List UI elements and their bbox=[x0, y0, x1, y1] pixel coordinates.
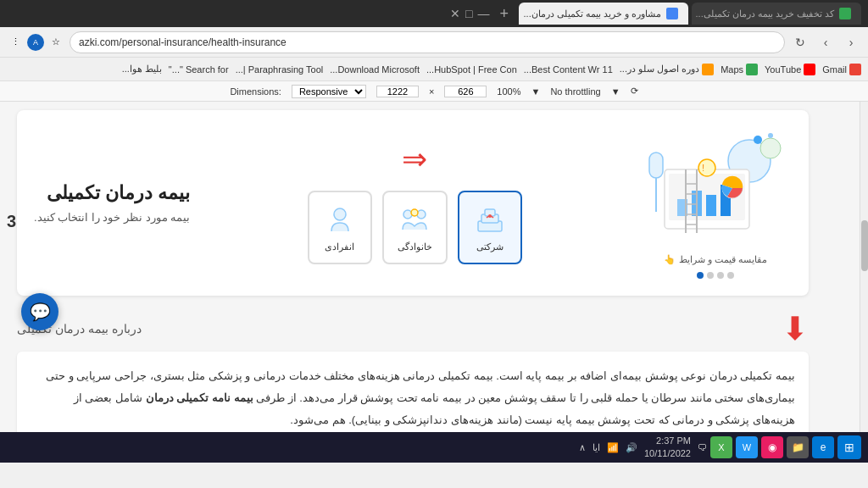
system-time: 2:37 PM 10/11/2022 bbox=[644, 435, 691, 461]
course-icon bbox=[702, 64, 714, 75]
dot-3[interactable] bbox=[707, 272, 714, 279]
tab-favicon-2 bbox=[666, 8, 678, 19]
bookmark-icon[interactable]: ☆ bbox=[47, 34, 64, 51]
date-display: 10/11/2022 bbox=[644, 447, 691, 460]
devtools-throttle-dropdown[interactable]: ▼ bbox=[611, 86, 620, 97]
taskbar-word-icon[interactable]: W bbox=[736, 436, 758, 458]
svg-point-28 bbox=[411, 209, 418, 216]
browser-chrome: کد تخفیف خرید بیمه درمان تکمیلی... ✕ مشا… bbox=[0, 0, 868, 102]
volume-icon: 🔊 bbox=[626, 442, 637, 453]
chat-bubble[interactable]: 💬 bbox=[21, 293, 58, 330]
bookmark-flight[interactable]: بلیط هوا... bbox=[122, 64, 162, 75]
bookmark-gmail-label: Gmail bbox=[822, 64, 847, 75]
time-display: 2:37 PM bbox=[644, 435, 691, 447]
tab-label-2: مشاوره و خرید بیمه تکمیلی درمان... bbox=[524, 8, 661, 19]
bookmark-youtube-label: YouTube bbox=[765, 64, 801, 75]
new-tab-button[interactable]: + bbox=[492, 5, 515, 23]
menu-icon[interactable]: ⋮ bbox=[7, 34, 24, 51]
forward-button[interactable]: › bbox=[815, 32, 836, 53]
ie-icon: e bbox=[821, 441, 826, 453]
taskbar-folder-icon[interactable]: 📁 bbox=[787, 436, 809, 458]
corporate-icon bbox=[473, 202, 507, 236]
banner-illustration-area: ! مقایسه قیمت و شرایط 👆 bbox=[639, 127, 792, 279]
page-number: 3 bbox=[7, 212, 16, 231]
taskbar: ⊞ e 📁 ◉ W X ∧ ایا 📶 🔊 2:37 PM 10/11/2022… bbox=[0, 432, 868, 463]
arrow-right-icon: ⇒ bbox=[402, 141, 427, 177]
taskbar-excel-icon[interactable]: X bbox=[710, 436, 732, 458]
svg-point-20 bbox=[754, 136, 762, 144]
bookmark-search[interactable]: Search for "..." bbox=[169, 64, 229, 75]
dot-1[interactable] bbox=[727, 272, 734, 279]
scrollbar-thumb[interactable] bbox=[861, 220, 868, 271]
bookmark-download[interactable]: Download Microsoft... bbox=[330, 64, 420, 75]
individual-label: انفرادی bbox=[325, 241, 354, 252]
bookmark-youtube[interactable]: YouTube bbox=[765, 64, 815, 75]
address-text: azki.com/personal-insurance/health-insur… bbox=[79, 36, 287, 48]
corporate-label: شرکتی bbox=[476, 241, 504, 252]
insurance-individual[interactable]: انفرادی bbox=[308, 191, 372, 264]
address-bar[interactable]: azki.com/personal-insurance/health-insur… bbox=[70, 31, 785, 53]
account-icon[interactable]: A bbox=[27, 34, 44, 51]
devtools-width-input[interactable] bbox=[376, 86, 419, 97]
compare-icon: 👆 bbox=[664, 254, 676, 265]
excel-icon: X bbox=[718, 442, 724, 452]
maximize-button[interactable]: □ bbox=[465, 7, 472, 20]
folder-icon: 📁 bbox=[792, 441, 804, 453]
insurance-corporate[interactable]: شرکتی bbox=[458, 191, 522, 264]
family-label: خانوادگی bbox=[398, 241, 432, 252]
bookmark-content-label: 11 Best Content Wr... bbox=[524, 64, 613, 75]
refresh-button[interactable]: ↻ bbox=[790, 32, 810, 53]
dot-4[interactable] bbox=[697, 272, 704, 279]
chrome-icon: ◉ bbox=[768, 441, 776, 453]
compare-button[interactable]: مقایسه قیمت و شرایط 👆 bbox=[664, 254, 767, 265]
nav-icons: ☆ A ⋮ bbox=[7, 34, 64, 51]
banner-center: ⇒ شرکتی bbox=[308, 141, 522, 264]
bookmark-content[interactable]: 11 Best Content Wr... bbox=[524, 64, 613, 75]
svg-point-25 bbox=[488, 214, 492, 218]
minimize-button[interactable]: — bbox=[477, 7, 489, 20]
window-controls: — □ ✕ bbox=[450, 7, 489, 20]
tab-inactive[interactable]: کد تخفیف خرید بیمه درمان تکمیلی... ✕ bbox=[692, 3, 861, 25]
svg-point-21 bbox=[768, 133, 773, 138]
bookmark-maps[interactable]: Maps bbox=[721, 64, 758, 75]
bookmark-download-label: Download Microsoft... bbox=[330, 64, 420, 75]
page-content: 3 bbox=[0, 102, 868, 432]
back-button[interactable]: ‹ bbox=[841, 32, 861, 53]
close-button[interactable]: ✕ bbox=[450, 7, 460, 20]
bookmark-paraphrase-label: Paraphrasing Tool |... bbox=[236, 64, 324, 75]
bookmark-hubspot-label: HubSpot | Free Con... bbox=[426, 64, 517, 75]
bookmark-flight-label: بلیط هوا... bbox=[122, 64, 162, 75]
devtools-no-throttle-label: No throttling bbox=[550, 86, 600, 97]
bookmark-course-label: دوره اصول سلو در... bbox=[620, 64, 699, 75]
bookmark-course[interactable]: دوره اصول سلو در... bbox=[620, 64, 714, 75]
youtube-icon bbox=[804, 64, 815, 75]
bookmark-paraphrase[interactable]: Paraphrasing Tool |... bbox=[236, 64, 324, 75]
scrollbar[interactable] bbox=[860, 102, 868, 432]
nav-bar: ‹ › ↻ azki.com/personal-insurance/health… bbox=[0, 27, 868, 58]
devtools-height-input[interactable] bbox=[444, 86, 487, 97]
maps-icon bbox=[746, 64, 758, 75]
bookmark-gmail[interactable]: Gmail bbox=[822, 64, 861, 75]
tab-active[interactable]: مشاوره و خرید بیمه تکمیلی درمان... ✕ bbox=[519, 3, 688, 25]
taskbar-chrome-icon[interactable]: ◉ bbox=[761, 436, 783, 458]
tab-bar: کد تخفیف خرید بیمه درمان تکمیلی... ✕ مشا… bbox=[0, 0, 868, 27]
svg-text:!: ! bbox=[702, 164, 704, 173]
start-button[interactable]: ⊞ bbox=[837, 435, 861, 459]
devtools-refresh-icon[interactable]: ⟳ bbox=[631, 86, 638, 97]
svg-rect-10 bbox=[649, 152, 663, 178]
svg-point-18 bbox=[698, 159, 715, 176]
devtools-bar: Dimensions: Responsive × 100% ▼ No throt… bbox=[0, 81, 868, 102]
bookmark-search-label: Search for "..." bbox=[169, 64, 229, 75]
taskbar-ie-icon[interactable]: e bbox=[812, 436, 834, 458]
devtools-device-select[interactable]: Responsive bbox=[292, 85, 366, 98]
taskbar-up-arrow[interactable]: ∧ bbox=[579, 442, 586, 453]
bookmarks-bar: Gmail YouTube Maps دوره اصول سلو در... 1… bbox=[0, 58, 868, 81]
insurance-family[interactable]: خانوادگی bbox=[382, 191, 448, 264]
bookmark-hubspot[interactable]: HubSpot | Free Con... bbox=[426, 64, 517, 75]
taskbar-right: ∧ ایا 📶 🔊 2:37 PM 10/11/2022 🗨 bbox=[579, 435, 707, 461]
gmail-icon bbox=[849, 64, 861, 75]
dot-2[interactable] bbox=[717, 272, 724, 279]
devtools-dimensions-label: Dimensions: bbox=[230, 86, 281, 97]
notification-icon[interactable]: 🗨 bbox=[698, 442, 707, 452]
banner-title: بیمه درمان تکمیلی bbox=[34, 182, 190, 204]
